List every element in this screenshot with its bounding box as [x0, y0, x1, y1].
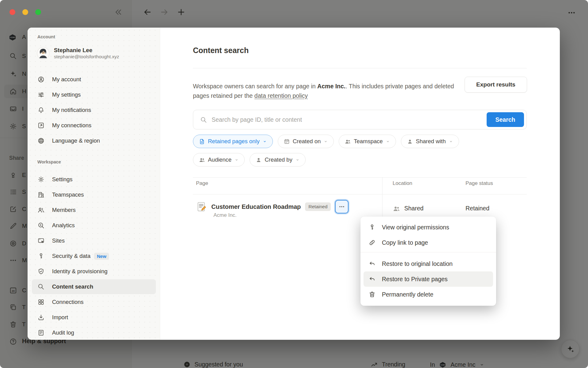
person-icon — [255, 157, 262, 163]
nav-item-my-notifications[interactable]: My notifications — [28, 103, 160, 117]
new-badge: New — [94, 253, 109, 260]
shared-people-icon — [393, 205, 400, 213]
data-retention-policy-link[interactable]: data retention policy — [254, 92, 308, 99]
app-window: ACME A S N H I S Share E S C M D — [0, 0, 588, 368]
nav-item-connections[interactable]: Connections — [28, 295, 160, 309]
gear-icon — [37, 176, 45, 183]
close-window-button[interactable] — [9, 9, 15, 15]
filter-created-by[interactable]: Created by — [250, 153, 306, 167]
account-section-label: Account — [37, 34, 55, 39]
chevron-down-icon — [386, 139, 390, 144]
current-user[interactable]: Stephanie Lee stephanie@toolsforthought.… — [37, 47, 119, 60]
bell-icon — [37, 106, 45, 114]
table-top-border — [193, 177, 527, 178]
content-search-bar: Search — [193, 110, 527, 129]
filter-retained-pages-only[interactable]: Retained pages only — [193, 135, 273, 148]
column-header-status: Page status — [466, 180, 493, 186]
menu-item-restore-original-location[interactable]: Restore to original location — [360, 256, 496, 271]
page-title: Content search — [193, 46, 249, 55]
person-icon — [407, 138, 413, 145]
zoom-window-button[interactable] — [35, 9, 41, 15]
row-actions-button[interactable] — [335, 200, 349, 213]
nav-item-teamspaces[interactable]: Teamspaces — [28, 187, 160, 202]
menu-divider — [360, 252, 496, 252]
nav-item-security-data[interactable]: Security & data New — [28, 249, 160, 263]
search-icon — [37, 283, 45, 290]
user-email: stephanie@toolsforthought.xyz — [54, 54, 119, 60]
nav-item-my-connections[interactable]: My connections — [28, 118, 160, 133]
column-header-page: Page — [196, 180, 208, 186]
nav-item-language-region[interactable]: Language & region — [28, 133, 160, 148]
search-input[interactable] — [211, 110, 481, 129]
grid-icon — [37, 298, 45, 306]
shield-check-icon — [37, 268, 45, 275]
export-results-button[interactable]: Export results — [465, 77, 527, 93]
link-icon — [368, 239, 376, 246]
analytics-magnifier-icon — [37, 222, 45, 229]
people-icon — [37, 206, 45, 214]
location-cell: Shared — [404, 205, 424, 212]
description-text: Workspace owners can search for any page… — [193, 83, 317, 90]
browser-cursor-icon — [37, 237, 45, 244]
filter-teamspace[interactable]: Teamspace — [339, 135, 396, 148]
undo-arrow-icon — [368, 275, 376, 283]
user-name: Stephanie Lee — [54, 47, 119, 54]
nav-item-audit-log[interactable]: Audit log — [28, 325, 160, 340]
person-circle-icon — [37, 76, 45, 83]
nav-item-analytics[interactable]: Analytics — [28, 218, 160, 233]
nav-item-sites[interactable]: Sites — [28, 233, 160, 248]
ellipsis-icon — [338, 203, 345, 210]
minimize-window-button[interactable] — [22, 9, 28, 15]
sliders-icon — [37, 91, 45, 98]
building-icon — [37, 191, 45, 198]
people-icon — [199, 157, 205, 163]
filter-row-2: Audience Created by — [193, 153, 306, 167]
nav-item-import[interactable]: Import — [28, 310, 160, 325]
menu-item-view-original-permissions[interactable]: View original permissions — [360, 220, 496, 235]
filter-created-on[interactable]: Created on — [278, 135, 334, 148]
audit-log-icon — [37, 329, 45, 336]
document-icon — [199, 138, 205, 145]
filter-shared-with[interactable]: Shared with — [401, 135, 459, 148]
settings-nav: Account Stephanie Lee stephanie@toolsfor… — [28, 28, 160, 340]
menu-item-restore-private-pages[interactable]: Restore to Private pages — [364, 271, 493, 287]
search-icon — [200, 116, 207, 124]
filter-audience[interactable]: Audience — [193, 153, 245, 167]
filter-row-1: Retained pages only Created on Teamspace… — [193, 135, 459, 148]
workspace-section-label: Workspace — [37, 159, 61, 164]
retained-badge: Retained — [305, 202, 331, 211]
chevron-down-icon — [262, 139, 267, 144]
key-icon — [368, 224, 376, 231]
trash-icon — [368, 291, 376, 298]
chevron-down-icon — [295, 158, 300, 162]
page-title-cell[interactable]: Customer Education Roadmap — [211, 203, 301, 210]
people-icon — [345, 138, 351, 145]
column-header-location: Location — [393, 180, 412, 186]
globe-icon — [37, 137, 45, 144]
chevron-down-icon — [234, 158, 239, 162]
page-memo-icon — [196, 201, 207, 212]
menu-item-copy-link[interactable]: Copy link to page — [360, 235, 496, 250]
chevron-down-icon — [323, 139, 328, 144]
workspace-name-bold: Acme Inc. — [317, 83, 345, 90]
table-header-border — [193, 194, 527, 194]
table-row[interactable]: Customer Education Roadmap Retained — [196, 199, 349, 214]
undo-arrow-icon — [368, 260, 376, 267]
nav-item-settings[interactable]: Settings — [28, 172, 160, 187]
menu-item-permanently-delete[interactable]: Permanently delete — [360, 287, 496, 302]
row-actions-menu: View original permissions Copy link to p… — [360, 217, 496, 306]
title-divider — [193, 68, 527, 68]
nav-item-my-settings[interactable]: My settings — [28, 87, 160, 102]
nav-item-my-account[interactable]: My account — [28, 72, 160, 87]
import-icon — [37, 314, 45, 321]
page-description: Workspace owners can search for any page… — [193, 82, 456, 101]
key-icon — [37, 252, 45, 260]
page-workspace-subtitle: Acme Inc. — [213, 212, 237, 218]
search-button[interactable]: Search — [487, 112, 524, 127]
nav-item-members[interactable]: Members — [28, 203, 160, 217]
chevron-down-icon — [449, 139, 453, 144]
nav-item-identity-provisioning[interactable]: Identity & provisioning — [28, 264, 160, 279]
status-cell: Retained — [466, 205, 489, 212]
nav-item-content-search[interactable]: Content search — [32, 279, 156, 294]
avatar — [37, 47, 50, 60]
